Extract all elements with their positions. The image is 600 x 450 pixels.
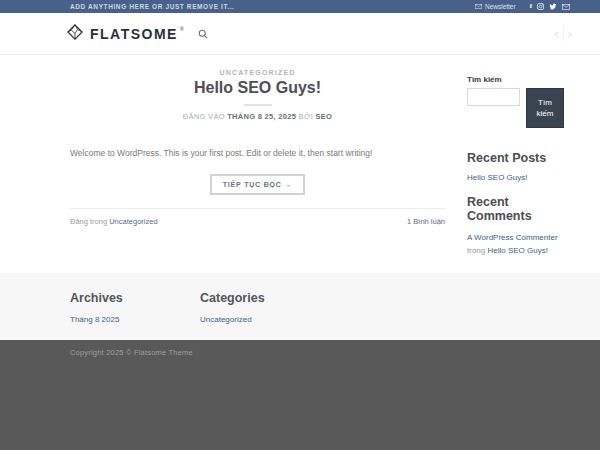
- post-author[interactable]: SEO: [315, 112, 332, 121]
- recent-posts-title: Recent Posts: [467, 151, 565, 165]
- sidebar: Tìm kiếm Tìm kiếm Recent Posts Hello SEO…: [467, 55, 565, 273]
- posted-on-label: ĐĂNG VÀO: [183, 112, 225, 121]
- categories-title: Categories: [200, 291, 330, 305]
- category-link[interactable]: Uncategorized: [109, 217, 157, 226]
- twitter-icon[interactable]: [549, 3, 557, 10]
- email-icon[interactable]: [562, 4, 570, 10]
- topbar-right: Newsletter f: [475, 3, 570, 10]
- posted-in: Đăng trong Uncategorized: [70, 217, 158, 226]
- next-post-arrow[interactable]: ›: [568, 27, 572, 40]
- recent-comment-item: A WordPress Commenter trong Hello SEO Gu…: [467, 231, 565, 257]
- search-icon[interactable]: [198, 29, 208, 39]
- logo-text: FLATSOME: [90, 26, 178, 42]
- comments-link[interactable]: 1 Bình luận: [407, 217, 445, 226]
- recent-post-link[interactable]: Hello SEO Guys!: [467, 173, 565, 182]
- footer-category-link[interactable]: Uncategorized: [200, 315, 330, 324]
- sidebar-search-button[interactable]: Tìm kiếm: [526, 88, 564, 128]
- topbar-message: ADD ANYTHING HERE OR JUST REMOVE IT...: [70, 3, 235, 10]
- archives-widget: Archives Tháng 8 2025: [70, 291, 200, 340]
- recent-posts-widget: Recent Posts Hello SEO Guys!: [467, 151, 565, 182]
- post-article: UNCATEGORIZED Hello SEO Guys! ĐĂNG VÀO T…: [70, 55, 445, 273]
- social-icons: f: [530, 3, 570, 10]
- read-more-button[interactable]: TIẾP TỤC ĐỌC →: [210, 174, 305, 195]
- nav-divider: [563, 27, 564, 41]
- commenter-link[interactable]: A WordPress Commenter: [467, 233, 558, 242]
- recent-comments-widget: Recent Comments A WordPress Commenter tr…: [467, 195, 565, 257]
- post-footer-meta: Đăng trong Uncategorized 1 Bình luận: [70, 208, 445, 226]
- newsletter-link[interactable]: Newsletter: [475, 3, 516, 10]
- post-header: UNCATEGORIZED Hello SEO Guys! ĐĂNG VÀO T…: [70, 69, 445, 121]
- site-header: FLATSOME ® ‹ ›: [0, 13, 600, 55]
- logo-registered-mark: ®: [180, 26, 184, 32]
- by-label: BỞI: [299, 112, 313, 121]
- prev-post-arrow[interactable]: ‹: [554, 27, 558, 40]
- footer-widgets: Archives Tháng 8 2025 Categories Uncateg…: [0, 273, 600, 340]
- comment-connector: trong: [467, 246, 485, 255]
- title-divider: [244, 104, 272, 106]
- instagram-icon[interactable]: [537, 3, 544, 10]
- flatsome-gem-icon: [66, 23, 84, 45]
- newsletter-label: Newsletter: [485, 3, 516, 10]
- topbar: ADD ANYTHING HERE OR JUST REMOVE IT... N…: [0, 0, 600, 13]
- post-category-label: UNCATEGORIZED: [70, 69, 445, 76]
- posted-in-label: Đăng trong: [70, 217, 107, 226]
- recent-comments-title: Recent Comments: [467, 195, 565, 223]
- page-content: UNCATEGORIZED Hello SEO Guys! ĐĂNG VÀO T…: [0, 55, 600, 273]
- post-date-line: ĐĂNG VÀO THÁNG 8 25, 2025 BỞI SEO: [70, 112, 445, 121]
- copyright-text: Copyright 2025 © Flatsome Theme: [70, 348, 600, 357]
- newsletter-envelope-icon: [475, 4, 482, 9]
- commented-post-link[interactable]: Hello SEO Guys!: [487, 246, 547, 255]
- archives-title: Archives: [70, 291, 200, 305]
- absolute-footer: Copyright 2025 © Flatsome Theme: [0, 340, 600, 450]
- post-title: Hello SEO Guys!: [70, 79, 445, 97]
- post-date[interactable]: THÁNG 8 25, 2025: [227, 112, 296, 121]
- search-widget-label: Tìm kiếm: [467, 75, 565, 84]
- site-logo[interactable]: FLATSOME ®: [66, 23, 188, 45]
- sidebar-search-input[interactable]: [467, 88, 520, 106]
- post-navigation: ‹ ›: [554, 27, 572, 41]
- archive-month-link[interactable]: Tháng 8 2025: [70, 315, 200, 324]
- search-widget: Tìm kiếm: [467, 88, 565, 128]
- post-excerpt: Welcome to WordPress. This is your first…: [70, 147, 445, 160]
- facebook-icon[interactable]: f: [530, 3, 532, 10]
- categories-widget: Categories Uncategorized: [200, 291, 330, 340]
